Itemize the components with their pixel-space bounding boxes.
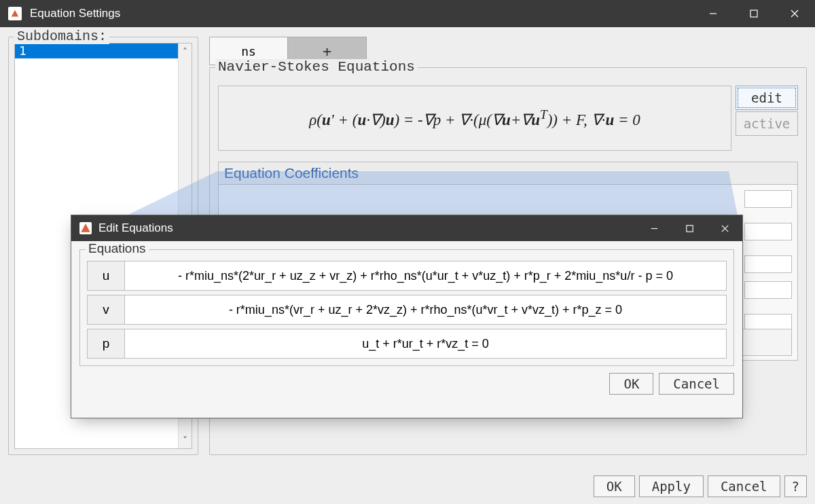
equation-expr-input[interactable]: u_t + r*ur_t + r*vz_t = 0 <box>125 329 727 359</box>
coeff-field[interactable] <box>744 255 792 273</box>
equation-display: ρ(u' + (u·∇)u) = -∇p + ∇·(μ(∇u+∇uT)) + F… <box>218 86 731 151</box>
equation-row: u - r*miu_ns*(2*ur_r + uz_z + vr_z) + r*… <box>87 261 727 291</box>
equation-var-label: v <box>87 295 125 325</box>
help-button[interactable]: ? <box>784 475 807 497</box>
apply-button[interactable]: Apply <box>639 475 704 497</box>
scroll-down-icon[interactable]: ˅ <box>183 435 187 446</box>
active-button[interactable]: active <box>736 111 798 136</box>
equation-expr-input[interactable]: - r*miu_ns*(2*ur_r + uz_z + vr_z) + r*rh… <box>125 261 727 291</box>
svg-rect-8 <box>686 225 692 231</box>
close-icon[interactable] <box>774 0 815 27</box>
minimize-icon[interactable] <box>693 0 734 27</box>
app-icon <box>79 222 92 234</box>
equation-row: v - r*miu_ns*(vr_r + uz_r + 2*vz_z) + r*… <box>87 295 727 325</box>
subdomains-legend: Subdomains: <box>14 29 109 44</box>
svg-marker-0 <box>12 10 19 17</box>
subdomain-item[interactable]: 1 <box>15 43 178 58</box>
edit-equations-fieldset: Equations u - r*miu_ns*(2*ur_r + uz_z + … <box>79 249 734 366</box>
scroll-up-icon[interactable]: ˄ <box>183 46 187 57</box>
equation-group-legend: Navier-Stokes Equations <box>215 59 418 75</box>
edit-equations-dialog: Edit Equations Equations u - r*miu_ns*(2… <box>71 215 743 418</box>
main-title: Equation Settings <box>30 7 120 20</box>
edit-button[interactable]: edit <box>736 86 798 110</box>
ok-button[interactable]: OK <box>594 475 635 497</box>
maximize-icon[interactable] <box>672 215 707 241</box>
edit-dialog-title: Edit Equations <box>98 221 173 235</box>
edit-ok-button[interactable]: OK <box>609 373 653 395</box>
svg-rect-2 <box>750 10 757 17</box>
edit-equations-legend: Equations <box>86 241 149 256</box>
svg-marker-6 <box>81 223 90 232</box>
cancel-button[interactable]: Cancel <box>708 475 780 497</box>
edit-dialog-titlebar: Edit Equations <box>71 215 742 241</box>
equation-var-label: p <box>87 329 125 359</box>
coeff-field[interactable] <box>744 281 792 299</box>
close-icon[interactable] <box>707 215 742 241</box>
coefficients-header: Equation Coefficients <box>218 162 798 184</box>
coeff-field[interactable] <box>744 223 792 240</box>
equation-expr-input[interactable]: - r*miu_ns*(vr_r + uz_r + 2*vz_z) + r*rh… <box>125 295 727 325</box>
main-titlebar: Equation Settings <box>0 0 815 27</box>
equation-row: p u_t + r*ur_t + r*vz_t = 0 <box>87 329 727 359</box>
edit-cancel-button[interactable]: Cancel <box>659 373 734 395</box>
bottom-button-bar: OK Apply Cancel ? <box>594 475 807 497</box>
minimize-icon[interactable] <box>636 215 672 241</box>
app-icon <box>8 7 22 20</box>
coeff-field[interactable] <box>744 190 792 208</box>
maximize-icon[interactable] <box>734 0 774 27</box>
equation-var-label: u <box>87 261 125 291</box>
